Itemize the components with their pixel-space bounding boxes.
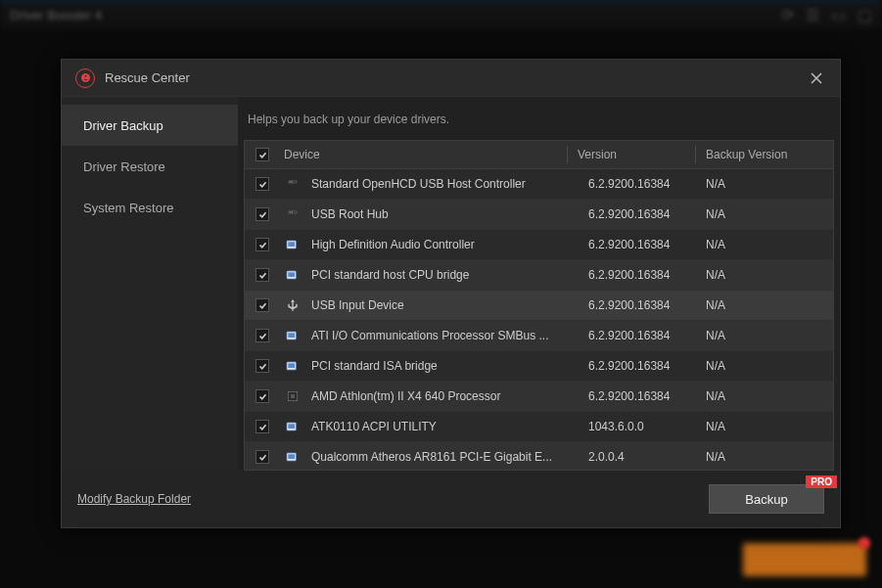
device-name: High Definition Audio Controller	[311, 238, 475, 251]
header-version[interactable]: Version	[578, 148, 695, 161]
titlebar-icons: ⟳ ☰ ▭ ▢	[781, 6, 872, 24]
row-checkbox[interactable]	[255, 359, 269, 373]
svg-rect-2	[292, 181, 293, 182]
device-icon	[284, 205, 302, 223]
row-checkbox[interactable]	[255, 268, 269, 282]
titlebar-icon: ⟳	[781, 6, 794, 24]
modal-header: Rescue Center	[62, 60, 840, 97]
pro-badge: PRO	[806, 475, 837, 488]
svg-rect-5	[292, 211, 293, 212]
device-name: USB Root Hub	[311, 207, 389, 221]
backup-version-cell: N/A	[706, 207, 833, 221]
table-row[interactable]: USB Input Device6.2.9200.16384N/A	[245, 291, 833, 321]
backup-button[interactable]: Backup PRO	[709, 484, 824, 514]
driver-table: Device Version Backup Version Standard O…	[244, 140, 834, 471]
svg-rect-19	[288, 454, 295, 459]
svg-rect-7	[288, 242, 295, 247]
row-checkbox[interactable]	[255, 420, 269, 433]
titlebar-icon: ☰	[806, 6, 819, 24]
version-cell: 6.2.9200.16384	[588, 207, 706, 221]
svg-rect-11	[288, 333, 295, 338]
table-header: Device Version Backup Version	[244, 140, 834, 169]
backup-version-cell: N/A	[706, 238, 833, 251]
backup-version-cell: N/A	[706, 177, 833, 191]
header-device[interactable]: Device	[280, 148, 567, 161]
header-backup-version[interactable]: Backup Version	[706, 148, 833, 161]
backup-version-cell: N/A	[706, 359, 833, 373]
row-checkbox[interactable]	[255, 389, 269, 403]
table-row[interactable]: Qualcomm Atheros AR8161 PCI-E Gigabit E.…	[245, 442, 833, 471]
sidebar: Driver BackupDriver RestoreSystem Restor…	[62, 97, 238, 471]
device-cell: USB Root Hub	[280, 205, 588, 223]
modify-backup-folder-link[interactable]: Modify Backup Folder	[77, 492, 191, 506]
row-checkbox[interactable]	[255, 238, 269, 251]
sidebar-item-system-restore[interactable]: System Restore	[62, 187, 238, 228]
device-name: ATI I/O Communications Processor SMBus .…	[311, 329, 549, 342]
table-row[interactable]: USB Root Hub6.2.9200.16384N/A	[245, 200, 833, 230]
backup-version-cell: N/A	[706, 389, 833, 403]
table-row[interactable]: ATK0110 ACPI UTILITY1043.6.0.0N/A	[245, 412, 833, 442]
row-checkbox[interactable]	[255, 298, 269, 312]
svg-rect-13	[288, 363, 295, 368]
table-row[interactable]: High Definition Audio Controller6.2.9200…	[245, 230, 833, 260]
backup-version-cell: N/A	[706, 420, 833, 433]
device-name: ATK0110 ACPI UTILITY	[311, 420, 437, 433]
header-checkbox-cell	[245, 148, 280, 161]
table-row[interactable]: Standard OpenHCD USB Host Controller6.2.…	[245, 169, 833, 200]
svg-rect-17	[288, 424, 295, 429]
row-checkbox[interactable]	[255, 329, 269, 342]
table-row[interactable]: AMD Athlon(tm) II X4 640 Processor6.2.92…	[245, 382, 833, 412]
device-icon	[284, 387, 302, 405]
table-row[interactable]: ATI I/O Communications Processor SMBus .…	[245, 321, 833, 351]
device-name: AMD Athlon(tm) II X4 640 Processor	[311, 389, 500, 403]
modal-footer: Modify Backup Folder Backup PRO	[62, 471, 840, 527]
device-cell: Qualcomm Atheros AR8161 PCI-E Gigabit E.…	[280, 448, 588, 466]
device-icon	[284, 327, 302, 344]
backup-version-cell: N/A	[706, 298, 833, 312]
backup-version-cell: N/A	[706, 450, 833, 464]
table-row[interactable]: PCI standard ISA bridge6.2.9200.16384N/A	[245, 351, 833, 382]
sidebar-item-driver-backup[interactable]: Driver Backup	[62, 105, 238, 146]
row-checkbox[interactable]	[255, 207, 269, 221]
device-icon	[284, 357, 302, 375]
table-row[interactable]: PCI standard host CPU bridge6.2.9200.163…	[245, 260, 833, 291]
modal-body: Driver BackupDriver RestoreSystem Restor…	[62, 97, 840, 471]
close-button[interactable]	[807, 68, 826, 88]
svg-rect-9	[288, 272, 295, 277]
version-cell: 6.2.9200.16384	[588, 268, 706, 282]
backup-button-label: Backup	[745, 492, 787, 507]
rescue-center-icon	[75, 68, 95, 88]
main-panel: Helps you back up your device drivers. D…	[238, 97, 840, 471]
device-icon	[284, 448, 302, 466]
device-icon	[284, 296, 302, 314]
device-name: PCI standard ISA bridge	[311, 359, 438, 373]
rescue-center-modal: Rescue Center Driver BackupDriver Restor…	[61, 59, 841, 528]
sidebar-item-driver-restore[interactable]: Driver Restore	[62, 146, 238, 187]
close-icon	[811, 72, 822, 84]
device-cell: ATK0110 ACPI UTILITY	[280, 418, 588, 435]
version-cell: 6.2.9200.16384	[588, 329, 706, 342]
device-cell: ATI I/O Communications Processor SMBus .…	[280, 327, 588, 344]
version-cell: 1043.6.0.0	[588, 420, 706, 433]
version-cell: 6.2.9200.16384	[588, 177, 706, 191]
version-cell: 2.0.0.4	[588, 450, 706, 464]
row-checkbox[interactable]	[255, 177, 269, 191]
select-all-checkbox[interactable]	[255, 148, 269, 161]
table-body[interactable]: Standard OpenHCD USB Host Controller6.2.…	[244, 169, 834, 471]
device-name: USB Input Device	[311, 298, 404, 312]
device-name: PCI standard host CPU bridge	[311, 268, 469, 282]
app-titlebar: Driver Booster 4 ⟳ ☰ ▭ ▢	[0, 0, 882, 29]
version-cell: 6.2.9200.16384	[588, 389, 706, 403]
version-cell: 6.2.9200.16384	[588, 238, 706, 251]
version-cell: 6.2.9200.16384	[588, 298, 706, 312]
backup-version-cell: N/A	[706, 268, 833, 282]
row-checkbox[interactable]	[255, 450, 269, 464]
activate-badge	[859, 537, 870, 549]
panel-description: Helps you back up your device drivers.	[238, 97, 840, 140]
device-cell: AMD Athlon(tm) II X4 640 Processor	[280, 387, 588, 405]
device-name: Standard OpenHCD USB Host Controller	[311, 177, 526, 191]
device-cell: PCI standard host CPU bridge	[280, 266, 588, 284]
titlebar-icon: ▢	[858, 6, 872, 24]
svg-rect-4	[290, 211, 291, 212]
app-name: Driver Booster 4	[10, 8, 102, 23]
